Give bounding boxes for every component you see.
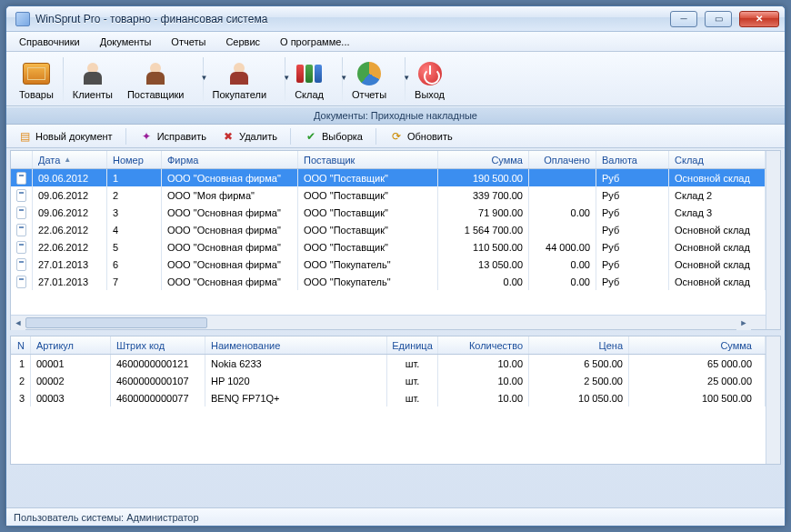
- doc-icon: [16, 172, 26, 185]
- vscrollbar[interactable]: [766, 336, 780, 464]
- menu-servis[interactable]: Сервис: [216, 34, 269, 50]
- buyers-icon: [228, 63, 250, 85]
- col-qty[interactable]: Количество: [438, 336, 529, 354]
- doc-toolbar: ▤ Новый документ ✦ Исправить ✖ Удалить ✔…: [6, 125, 785, 148]
- main-toolbar: Товары Клиенты Поставщики ▼ Покупатели ▼…: [6, 52, 785, 106]
- table-row[interactable]: 2000024600000000107HP 1020шт.10.002 500.…: [11, 372, 766, 389]
- warehouse-icon: [296, 65, 322, 83]
- doc-icon: [16, 206, 26, 219]
- toolbar-clients[interactable]: Клиенты: [65, 52, 120, 105]
- col-sum[interactable]: Сумма: [438, 151, 529, 168]
- details-grid: N Артикул Штрих код Наименование Единица…: [10, 336, 781, 465]
- scroll-left-icon[interactable]: ◄: [11, 316, 25, 330]
- col-num[interactable]: Номер: [107, 151, 162, 168]
- new-doc-button[interactable]: ▤ Новый документ: [12, 127, 118, 146]
- documents-grid: Дата▲ Номер Фирма Поставщик Сумма Оплаче…: [10, 150, 781, 330]
- col-icon[interactable]: [11, 151, 33, 168]
- toolbar-buyers[interactable]: Покупатели ▼: [205, 52, 284, 105]
- status-text: Пользователь системы: Администратор: [14, 512, 199, 523]
- section-header: Документы: Приходные накладные: [6, 106, 785, 125]
- goods-icon: [23, 63, 50, 85]
- col-name[interactable]: Наименование: [205, 336, 387, 354]
- suppliers-icon: [145, 63, 166, 85]
- edit-button[interactable]: ✦ Исправить: [134, 127, 212, 146]
- reports-icon: [357, 62, 381, 85]
- table-row[interactable]: 22.06.20125ООО "Основная фирма"ООО "Пост…: [11, 238, 766, 256]
- hscrollbar[interactable]: ◄ ►: [11, 315, 766, 329]
- minimize-button[interactable]: ─: [670, 11, 697, 27]
- scroll-thumb[interactable]: [25, 317, 207, 328]
- col-article[interactable]: Артикул: [31, 336, 111, 354]
- refresh-button[interactable]: ⟳ Обновить: [384, 127, 458, 146]
- documents-grid-body[interactable]: 09.06.20121ООО "Основная фирма"ООО "Пост…: [11, 169, 766, 315]
- window-title: WinSprut Pro - товарно - финансовая сист…: [35, 13, 670, 25]
- col-supplier[interactable]: Поставщик: [298, 151, 438, 168]
- filter-button[interactable]: ✔ Выборка: [298, 127, 368, 146]
- col-paid[interactable]: Оплачено: [529, 151, 596, 168]
- table-row[interactable]: 22.06.20124ООО "Основная фирма"ООО "Пост…: [11, 221, 766, 238]
- table-row[interactable]: 27.01.20137ООО "Основная фирма"ООО "Поку…: [11, 273, 766, 290]
- delete-button[interactable]: ✖ Удалить: [215, 127, 283, 146]
- doc-icon: [16, 258, 26, 271]
- app-window: WinSprut Pro - товарно - финансовая сист…: [5, 5, 786, 527]
- edit-icon: ✦: [139, 129, 154, 144]
- delete-icon: ✖: [221, 129, 235, 144]
- toolbar-goods[interactable]: Товары: [12, 52, 61, 105]
- col-unit[interactable]: Единица: [387, 336, 438, 354]
- app-icon: [15, 12, 30, 26]
- new-icon: ▤: [17, 129, 32, 144]
- table-row[interactable]: 1000014600000000121Nokia 6233шт.10.006 5…: [11, 355, 766, 372]
- refresh-icon: ⟳: [389, 129, 404, 144]
- check-icon: ✔: [304, 129, 318, 144]
- doc-icon: [16, 276, 26, 288]
- scroll-right-icon[interactable]: ►: [736, 316, 751, 330]
- close-button[interactable]: ✕: [739, 11, 779, 27]
- details-grid-header: N Артикул Штрих код Наименование Единица…: [11, 336, 766, 355]
- menu-dokumenty[interactable]: Документы: [91, 34, 161, 50]
- table-row[interactable]: 09.06.20121ООО "Основная фирма"ООО "Пост…: [11, 169, 766, 186]
- titlebar[interactable]: WinSprut Pro - товарно - финансовая сист…: [6, 6, 785, 32]
- col-barcode[interactable]: Штрих код: [111, 336, 205, 354]
- menu-about[interactable]: О программе...: [271, 34, 358, 50]
- col-firm[interactable]: Фирма: [162, 151, 298, 168]
- table-row[interactable]: 09.06.20122ООО "Моя фирма"ООО "Поставщик…: [11, 186, 766, 204]
- exit-icon: [418, 62, 442, 85]
- menu-spravochniki[interactable]: Справочники: [10, 34, 89, 50]
- col-n[interactable]: N: [11, 336, 31, 354]
- table-row[interactable]: 27.01.20136ООО "Основная фирма"ООО "Поку…: [11, 256, 766, 273]
- toolbar-suppliers[interactable]: Поставщики ▼: [120, 52, 201, 105]
- toolbar-reports[interactable]: Отчеты ▼: [345, 52, 403, 105]
- vscrollbar[interactable]: [766, 151, 780, 329]
- doc-icon: [16, 224, 26, 236]
- clients-icon: [82, 63, 104, 85]
- table-row[interactable]: 3000034600000000077BENQ FP71Q+шт.10.0010…: [11, 389, 766, 407]
- doc-icon: [16, 241, 26, 254]
- col-currency[interactable]: Валюта: [596, 151, 669, 168]
- table-row[interactable]: 09.06.20123ООО "Основная фирма"ООО "Пост…: [11, 204, 766, 221]
- maximize-button[interactable]: ▭: [705, 11, 732, 27]
- col-price[interactable]: Цена: [529, 336, 629, 354]
- col-date[interactable]: Дата▲: [33, 151, 107, 168]
- doc-icon: [16, 189, 26, 202]
- documents-grid-header: Дата▲ Номер Фирма Поставщик Сумма Оплаче…: [11, 151, 766, 169]
- toolbar-warehouse[interactable]: Склад ▼: [287, 52, 340, 105]
- col-warehouse[interactable]: Склад: [669, 151, 766, 168]
- toolbar-exit[interactable]: Выход: [407, 52, 452, 105]
- menu-otchety[interactable]: Отчеты: [162, 34, 215, 50]
- statusbar: Пользователь системы: Администратор: [6, 507, 785, 526]
- menubar: Справочники Документы Отчеты Сервис О пр…: [6, 32, 785, 52]
- details-grid-body[interactable]: 1000014600000000121Nokia 6233шт.10.006 5…: [11, 355, 766, 464]
- col-total[interactable]: Сумма: [629, 336, 766, 354]
